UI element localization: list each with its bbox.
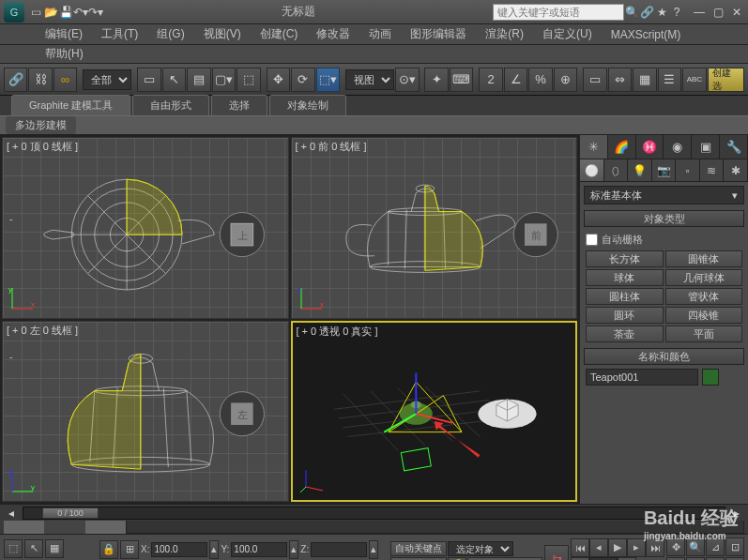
autogrid-checkbox[interactable] [586, 234, 598, 246]
ref-coord-select[interactable]: 视图 [345, 69, 394, 90]
menu-maxscript[interactable]: MAXScript(M) [603, 26, 689, 43]
x-spinner[interactable]: ▴ [209, 540, 219, 559]
align-icon[interactable]: ▦ [633, 68, 656, 92]
cmdtab2-lights[interactable]: 💡 [628, 159, 652, 181]
time-config-icon[interactable]: ⊙ [571, 557, 589, 561]
key-big-icon[interactable]: 🗝 [544, 545, 569, 561]
subribbon-poly[interactable]: 多边形建模 [6, 116, 76, 134]
menu-render[interactable]: 渲染(R) [478, 24, 531, 44]
snap-angle-icon[interactable]: ∠ [504, 68, 527, 92]
search-input[interactable] [493, 4, 624, 21]
pivot-icon[interactable]: ⊙▾ [395, 68, 419, 92]
frame-input[interactable] [589, 557, 618, 561]
keyboard-icon[interactable]: ⌨ [450, 68, 473, 92]
menu-animation[interactable]: 动画 [361, 24, 399, 44]
cmdtab-motion[interactable]: ◉ [664, 135, 692, 159]
unlink-icon[interactable]: ⛓ [28, 68, 52, 92]
ribbon-tab-graphite[interactable]: Graphite 建模工具 [11, 95, 130, 115]
layers-icon[interactable]: ☰ [658, 68, 681, 92]
menu-graph[interactable]: 图形编辑器 [403, 24, 474, 44]
btn-box[interactable]: 长方体 [586, 250, 664, 267]
cmdtab-modify[interactable]: 🌈 [608, 135, 636, 159]
cmdtab2-geometry[interactable]: ⚪ [580, 159, 604, 181]
cmdtab-create[interactable]: ✳ [580, 135, 608, 159]
cmdtab2-systems[interactable]: ✱ [724, 159, 748, 181]
keymode-select[interactable]: 选定对象 [448, 541, 513, 556]
viewport-persp-label[interactable]: [ + 0 透视 0 真实 ] [297, 325, 378, 339]
open-icon[interactable]: 📂 [43, 5, 58, 20]
menu-help[interactable]: 帮助(H) [38, 44, 91, 64]
coord-x[interactable] [151, 542, 207, 557]
sb-sel-icon[interactable]: ↖ [24, 539, 43, 558]
category-dropdown[interactable]: 标准基本体▾ [584, 186, 744, 204]
select-arrow-icon[interactable]: ↖ [162, 68, 186, 92]
cmdtab2-cameras[interactable]: 📷 [652, 159, 677, 181]
app-logo[interactable]: G [4, 2, 24, 23]
rollout-objtype-head[interactable]: -对象类型 [584, 210, 744, 227]
window-cross-icon[interactable]: ⬚ [237, 68, 260, 92]
redo-icon[interactable]: ↷▾ [88, 5, 103, 20]
track-bar[interactable] [126, 521, 744, 534]
viewport-perspective[interactable]: [ + 0 透视 0 真实 ] [291, 321, 578, 503]
cmdtab2-helpers[interactable]: ▫ [676, 159, 700, 181]
goto-start-icon[interactable]: ⏮ [571, 538, 589, 557]
viewport-left-label[interactable]: [ + 0 左 0 线框 ] [7, 324, 78, 338]
viewport-front[interactable]: [ + 0 前 0 线框 ] 前 [291, 137, 578, 319]
save-icon[interactable]: 💾 [58, 5, 73, 20]
search-icon[interactable]: 🔍 [624, 5, 639, 20]
autokey-button[interactable]: 自动关键点 [390, 541, 447, 556]
close-icon[interactable]: ✕ [729, 5, 744, 20]
sb-lock-icon[interactable]: ⬚ [4, 539, 23, 558]
create-sel-btn[interactable]: 创建选 [708, 68, 744, 92]
nav-zoomext-icon[interactable]: ⊡ [725, 537, 744, 556]
sb-axis-icon[interactable]: ⊞ [120, 540, 139, 559]
nav-fov-icon[interactable]: ⊿ [706, 537, 725, 556]
menu-custom[interactable]: 自定义(U) [535, 24, 600, 44]
btn-geosphere[interactable]: 几何球体 [665, 269, 743, 286]
coord-y[interactable] [231, 542, 287, 557]
btn-cylinder[interactable]: 圆柱体 [586, 288, 664, 305]
time-settings-icon[interactable]: ⏱ [618, 557, 636, 561]
new-icon[interactable]: ▭ [28, 5, 43, 20]
comm-icon[interactable]: 🔗 [639, 5, 654, 20]
color-swatch[interactable] [702, 369, 719, 386]
next-frame-icon[interactable]: ▸ [627, 538, 646, 557]
ribbon-tab-objpaint[interactable]: 对象绘制 [269, 95, 346, 115]
snap2d-icon[interactable]: 2 [479, 68, 502, 92]
scale-icon[interactable]: ⬚▾ [316, 68, 340, 92]
btn-pyramid[interactable]: 四棱锥 [665, 307, 743, 324]
z-spinner[interactable]: ▴ [369, 540, 378, 559]
nav-zoom-icon[interactable]: 🔍 [686, 537, 705, 556]
cmdtab-display[interactable]: ▣ [692, 135, 720, 159]
move-icon[interactable]: ✥ [267, 68, 290, 92]
cmdtab2-space[interactable]: ≋ [700, 159, 725, 181]
maximize-icon[interactable]: ▢ [710, 5, 725, 20]
nav-pan-icon[interactable]: ✥ [666, 537, 685, 556]
snap-spinner-icon[interactable]: ⊕ [554, 68, 577, 92]
btn-tube[interactable]: 管状体 [665, 288, 743, 305]
time-thumb[interactable]: 0 / 100 [42, 507, 99, 519]
viewport-left[interactable]: [ + 0 左 0 线框 ] 左 yz [2, 321, 289, 503]
viewport-front-label[interactable]: [ + 0 前 0 线框 ] [296, 140, 367, 154]
ribbon-tab-freeform[interactable]: 自由形式 [132, 95, 209, 115]
menu-modifiers[interactable]: 修改器 [309, 24, 358, 44]
undo-icon[interactable]: ↶▾ [73, 5, 88, 20]
snap-percent-icon[interactable]: % [528, 68, 552, 92]
select-region-icon[interactable]: ▢▾ [212, 68, 236, 92]
minimize-icon[interactable]: — [692, 5, 707, 20]
viewport-top-label[interactable]: [ + 0 顶 0 线框 ] [7, 140, 78, 154]
menu-group[interactable]: 组(G) [149, 24, 191, 44]
btn-torus[interactable]: 圆环 [586, 307, 664, 324]
btn-cone[interactable]: 圆锥体 [665, 250, 743, 267]
viewport-top[interactable]: [ + 0 顶 0 线框 ] 上 [2, 137, 289, 319]
help-icon[interactable]: ? [669, 5, 684, 20]
menu-tools[interactable]: 工具(T) [94, 24, 145, 44]
manip-icon[interactable]: ✦ [424, 68, 448, 92]
sb-iso-icon[interactable]: ▦ [45, 539, 64, 558]
timeline-prev-icon[interactable]: ◂ [4, 506, 19, 521]
time-slider[interactable]: 0 / 100 [23, 507, 725, 520]
menu-view[interactable]: 视图(V) [196, 24, 249, 44]
btn-plane[interactable]: 平面 [665, 325, 743, 342]
selection-filter[interactable]: 全部 [83, 69, 131, 90]
y-spinner[interactable]: ▴ [289, 540, 298, 559]
